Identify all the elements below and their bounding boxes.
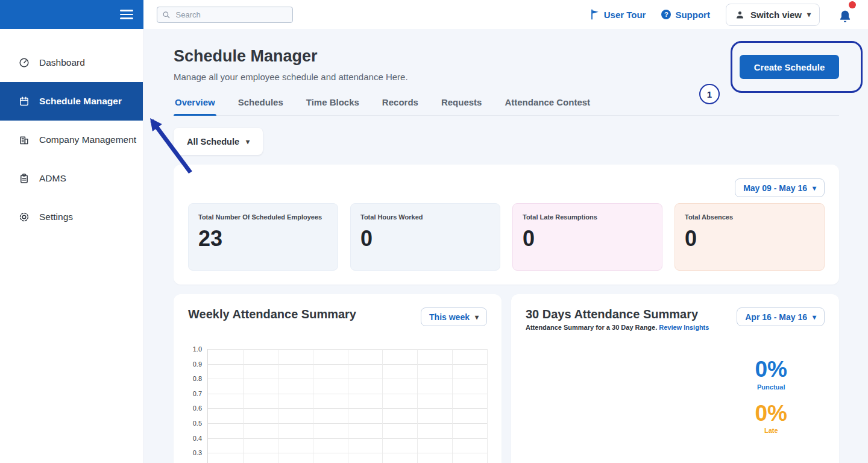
sidebar-item-dashboard[interactable]: Dashboard (0, 43, 143, 82)
sidebar-item-label: Company Management (39, 134, 136, 145)
chevron-down-icon: ▾ (813, 184, 816, 192)
tour-step-badge: 1 (699, 84, 720, 104)
tab-requests[interactable]: Requests (440, 92, 483, 115)
stat-value: 0 (685, 226, 814, 251)
support-link[interactable]: ? Support (661, 10, 710, 20)
switch-view-label: Switch view (750, 10, 802, 20)
stat-value: 0 (523, 226, 652, 251)
monthly-metrics: 0% Punctual 0% Late (526, 357, 825, 434)
sidebar-item-company-management[interactable]: Company Management (0, 121, 143, 159)
user-tour-label: User Tour (604, 10, 646, 20)
stat-card-late-resumptions: Total Late Resumptions 0 (512, 203, 662, 271)
notification-dot (849, 1, 856, 8)
weekly-range-dropdown[interactable]: This week ▾ (421, 307, 487, 326)
weekly-range-label: This week (429, 312, 470, 322)
create-schedule-button[interactable]: Create Schedule (740, 55, 839, 79)
stat-label: Total Absences (685, 213, 814, 221)
bell-icon (837, 8, 853, 25)
search-input[interactable] (175, 10, 288, 20)
person-icon (735, 10, 745, 20)
support-label: Support (675, 10, 710, 20)
monthly-range-dropdown[interactable]: Apr 16 - May 16 ▾ (737, 307, 825, 326)
sidebar-item-adms[interactable]: ADMS (0, 159, 143, 198)
stats-date-range-label: May 09 - May 16 (743, 183, 807, 193)
main-content: Schedule Manager Manage all your employe… (143, 29, 868, 463)
chevron-down-icon: ▾ (475, 313, 479, 321)
chevron-down-icon: ▾ (813, 313, 816, 321)
late-label: Late (755, 427, 787, 434)
stat-label: Total Late Resumptions (523, 213, 652, 221)
chevron-down-icon: ▾ (807, 11, 811, 18)
review-insights-link[interactable]: Review Insights (659, 324, 709, 331)
stat-label: Total Hours Worked (360, 213, 490, 221)
tab-attendance-contest[interactable]: Attendance Contest (503, 92, 591, 115)
punctual-value: 0% (755, 357, 787, 382)
monthly-panel-subtitle: Attendance Summary for a 30 Day Range. (526, 324, 657, 331)
stat-label: Total Number Of Scheduled Employees (198, 213, 328, 221)
weekly-chart: 1.00.90.80.70.60.50.40.3 (188, 349, 487, 463)
stats-row: Total Number Of Scheduled Employees 23 T… (188, 203, 825, 271)
weekly-chart-y-axis: 1.00.90.80.70.60.50.40.3 (188, 349, 207, 463)
top-bar: User Tour ? Support Switch view ▾ (0, 0, 868, 29)
punctual-metric: 0% Punctual (755, 357, 787, 391)
punctual-label: Punctual (755, 383, 787, 391)
tab-records[interactable]: Records (381, 92, 420, 115)
gear-icon (18, 211, 30, 223)
hamburger-menu-icon[interactable] (120, 10, 133, 19)
schedule-filter-dropdown[interactable]: All Schedule ▾ (174, 128, 263, 155)
flag-icon (590, 9, 600, 20)
weekly-chart-grid (207, 349, 487, 463)
schedule-icon (18, 95, 30, 107)
question-icon: ? (661, 10, 671, 19)
search-icon (162, 10, 171, 19)
sidebar-item-label: ADMS (39, 173, 66, 184)
stats-date-range-dropdown[interactable]: May 09 - May 16 ▾ (735, 178, 825, 197)
tab-time-blocks[interactable]: Time Blocks (305, 92, 360, 115)
tab-schedules[interactable]: Schedules (237, 92, 285, 115)
search-box[interactable] (157, 7, 293, 23)
building-icon (18, 134, 30, 146)
chevron-down-icon: ▾ (246, 138, 250, 145)
monthly-range-label: Apr 16 - May 16 (745, 312, 807, 322)
weekly-attendance-panel: Weekly Attendance Summary This week ▾ 1.… (174, 294, 502, 463)
tab-overview[interactable]: Overview (174, 92, 216, 115)
sidebar-item-settings[interactable]: Settings (0, 198, 143, 236)
stat-card-scheduled-employees: Total Number Of Scheduled Employees 23 (188, 203, 338, 271)
sidebar-item-label: Settings (39, 212, 73, 222)
notifications-button[interactable] (835, 4, 855, 25)
overview-stats-card: May 09 - May 16 ▾ Total Number Of Schedu… (174, 165, 839, 285)
tab-bar: Overview Schedules Time Blocks Records R… (174, 92, 839, 116)
clipboard-icon (18, 172, 30, 184)
monthly-panel-title: 30 Days Attendance Summary (526, 307, 709, 321)
late-metric: 0% Late (755, 402, 787, 435)
late-value: 0% (755, 402, 787, 426)
stat-value: 23 (198, 226, 328, 251)
schedule-filter-label: All Schedule (187, 137, 239, 146)
switch-view-button[interactable]: Switch view ▾ (726, 4, 820, 26)
stat-value: 0 (360, 226, 490, 251)
user-tour-link[interactable]: User Tour (590, 9, 646, 20)
top-actions: User Tour ? Support Switch view ▾ (590, 4, 868, 26)
stat-card-absences: Total Absences 0 (675, 203, 825, 271)
brand-block (0, 0, 143, 29)
sidebar: Dashboard Schedule Manager Company Manag… (0, 29, 143, 463)
sidebar-item-label: Schedule Manager (39, 96, 122, 107)
monthly-attendance-panel: 30 Days Attendance Summary Attendance Su… (511, 294, 839, 463)
stat-card-hours-worked: Total Hours Worked 0 (350, 203, 500, 271)
dashboard-icon (18, 57, 30, 69)
sidebar-item-label: Dashboard (39, 57, 85, 68)
sidebar-item-schedule-manager[interactable]: Schedule Manager (0, 82, 143, 121)
weekly-panel-title: Weekly Attendance Summary (188, 307, 356, 321)
